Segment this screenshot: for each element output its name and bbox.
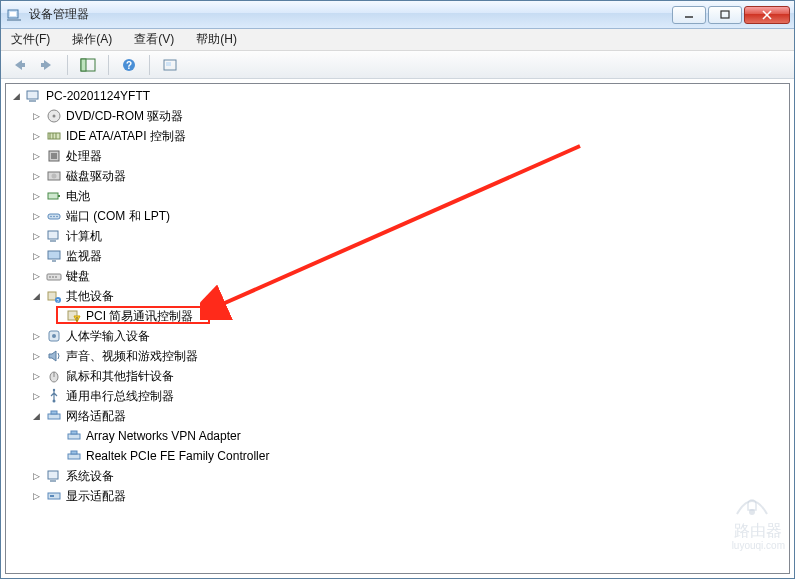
svg-rect-28 bbox=[58, 195, 60, 197]
tree-item-sound[interactable]: ▷ 声音、视频和游戏控制器 bbox=[26, 346, 789, 366]
svg-rect-58 bbox=[48, 471, 58, 479]
tree-root[interactable]: ◢ PC-20201124YFTT bbox=[6, 86, 789, 106]
svg-rect-8 bbox=[41, 63, 44, 67]
expand-icon[interactable]: ▷ bbox=[30, 110, 42, 122]
menu-view[interactable]: 查看(V) bbox=[130, 29, 178, 50]
ports-icon bbox=[46, 208, 62, 224]
svg-point-31 bbox=[53, 216, 55, 218]
svg-rect-33 bbox=[48, 231, 58, 239]
svg-rect-4 bbox=[721, 11, 729, 18]
expand-icon[interactable]: ▷ bbox=[30, 390, 42, 402]
expand-icon[interactable]: ▷ bbox=[30, 330, 42, 342]
tree-item-display[interactable]: ▷ 显示适配器 bbox=[26, 486, 789, 506]
close-button[interactable] bbox=[744, 6, 790, 24]
collapse-icon[interactable]: ◢ bbox=[10, 90, 22, 102]
back-button[interactable] bbox=[7, 54, 31, 76]
system-icon bbox=[46, 468, 62, 484]
svg-rect-15 bbox=[27, 91, 38, 99]
tree-item-ide[interactable]: ▷ IDE ATA/ATAPI 控制器 bbox=[26, 126, 789, 146]
network-icon bbox=[46, 408, 62, 424]
svg-rect-61 bbox=[50, 495, 54, 497]
svg-rect-7 bbox=[22, 63, 25, 67]
scan-button[interactable] bbox=[158, 54, 182, 76]
ide-icon bbox=[46, 128, 62, 144]
svg-rect-27 bbox=[48, 193, 58, 199]
svg-rect-24 bbox=[51, 153, 57, 159]
device-tree[interactable]: ◢ PC-20201124YFTT ▷ DVD/CD-ROM 驱动器 ▷ bbox=[5, 83, 790, 574]
expand-icon[interactable]: ▷ bbox=[30, 250, 42, 262]
tree-item-system[interactable]: ▷ 系统设备 bbox=[26, 466, 789, 486]
collapse-icon[interactable]: ◢ bbox=[30, 410, 42, 422]
toolbar-separator bbox=[67, 55, 68, 75]
other-devices-icon: ? bbox=[46, 288, 62, 304]
collapse-icon[interactable]: ◢ bbox=[30, 290, 42, 302]
svg-rect-52 bbox=[48, 414, 60, 419]
toolbar-separator bbox=[149, 55, 150, 75]
tree-item-cpu[interactable]: ▷ 处理器 bbox=[26, 146, 789, 166]
svg-rect-34 bbox=[50, 240, 56, 242]
tree-item-usb[interactable]: ▷ 通用串行总线控制器 bbox=[26, 386, 789, 406]
help-button[interactable]: ? bbox=[117, 54, 141, 76]
tree-item-ports[interactable]: ▷ 端口 (COM 和 LPT) bbox=[26, 206, 789, 226]
tree-item-net[interactable]: ◢ 网络适配器 bbox=[26, 406, 789, 426]
svg-rect-10 bbox=[81, 59, 86, 71]
expand-icon[interactable]: ▷ bbox=[30, 130, 42, 142]
expand-icon[interactable]: ▷ bbox=[30, 370, 42, 382]
warning-device-icon: ! bbox=[66, 308, 82, 324]
svg-text:?: ? bbox=[57, 298, 60, 304]
tree-item-other[interactable]: ◢ ? 其他设备 bbox=[26, 286, 789, 306]
svg-rect-54 bbox=[68, 434, 80, 439]
svg-point-26 bbox=[52, 174, 57, 179]
svg-point-18 bbox=[53, 115, 56, 118]
expand-icon[interactable]: ▷ bbox=[30, 230, 42, 242]
tree-item-net-adapter-2[interactable]: ▷ Realtek PCIe FE Family Controller bbox=[46, 446, 789, 466]
svg-rect-57 bbox=[71, 451, 77, 454]
tree-item-hid[interactable]: ▷ 人体学输入设备 bbox=[26, 326, 789, 346]
expand-icon[interactable]: ▷ bbox=[30, 170, 42, 182]
svg-rect-59 bbox=[50, 480, 56, 482]
tree-item-monitor[interactable]: ▷ 监视器 bbox=[26, 246, 789, 266]
expand-icon[interactable]: ▷ bbox=[30, 490, 42, 502]
disk-icon bbox=[46, 168, 62, 184]
svg-point-50 bbox=[53, 400, 56, 403]
svg-rect-56 bbox=[68, 454, 80, 459]
expand-icon[interactable]: ▷ bbox=[30, 210, 42, 222]
expand-icon[interactable]: ▷ bbox=[30, 270, 42, 282]
forward-button[interactable] bbox=[35, 54, 59, 76]
minimize-button[interactable] bbox=[672, 6, 706, 24]
usb-icon bbox=[46, 388, 62, 404]
svg-rect-2 bbox=[7, 19, 21, 21]
expand-icon[interactable]: ▷ bbox=[30, 150, 42, 162]
tree-item-mouse[interactable]: ▷ 鼠标和其他指针设备 bbox=[26, 366, 789, 386]
tree-item-battery[interactable]: ▷ 电池 bbox=[26, 186, 789, 206]
dvd-icon bbox=[46, 108, 62, 124]
window-buttons bbox=[672, 6, 790, 24]
titlebar: 设备管理器 bbox=[1, 1, 794, 29]
menu-file[interactable]: 文件(F) bbox=[7, 29, 54, 50]
tree-item-pci[interactable]: ▷ ! PCI 简易通讯控制器 bbox=[46, 306, 789, 326]
svg-rect-41 bbox=[48, 292, 56, 300]
expand-icon[interactable]: ▷ bbox=[30, 350, 42, 362]
svg-rect-14 bbox=[166, 62, 171, 66]
tree-item-disk[interactable]: ▷ 磁盘驱动器 bbox=[26, 166, 789, 186]
svg-rect-38 bbox=[49, 276, 51, 278]
mouse-icon bbox=[46, 368, 62, 384]
toolbar-separator bbox=[108, 55, 109, 75]
expand-icon[interactable]: ▷ bbox=[30, 190, 42, 202]
maximize-button[interactable] bbox=[708, 6, 742, 24]
menu-action[interactable]: 操作(A) bbox=[68, 29, 116, 50]
menu-help[interactable]: 帮助(H) bbox=[192, 29, 241, 50]
svg-point-51 bbox=[53, 389, 55, 391]
svg-text:!: ! bbox=[76, 316, 78, 322]
tree-item-keyboard[interactable]: ▷ 键盘 bbox=[26, 266, 789, 286]
svg-rect-35 bbox=[48, 251, 60, 259]
tree-item-net-adapter-1[interactable]: ▷ Array Networks VPN Adapter bbox=[46, 426, 789, 446]
battery-icon bbox=[46, 188, 62, 204]
show-hide-tree-button[interactable] bbox=[76, 54, 100, 76]
tree-item-computer[interactable]: ▷ 计算机 bbox=[26, 226, 789, 246]
svg-point-32 bbox=[56, 216, 58, 218]
svg-rect-40 bbox=[55, 276, 57, 278]
expand-icon[interactable]: ▷ bbox=[30, 470, 42, 482]
svg-rect-16 bbox=[29, 100, 36, 102]
tree-item-dvd[interactable]: ▷ DVD/CD-ROM 驱动器 bbox=[26, 106, 789, 126]
